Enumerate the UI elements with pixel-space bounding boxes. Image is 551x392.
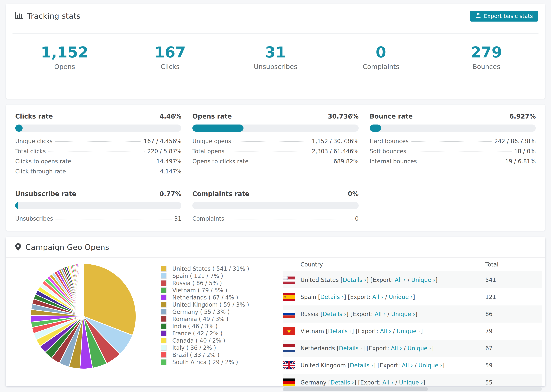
stat-row-label: Hard bounces	[370, 138, 409, 145]
legend-item: United States ( 541 / 31% )	[161, 265, 283, 272]
details-link[interactable]: Details ›	[320, 294, 344, 300]
dotted-leader	[411, 141, 492, 142]
stat-row-label: Opens to clicks rate	[192, 158, 248, 165]
tracking-stats-header: Tracking stats Export basic stats	[6, 4, 545, 28]
total-value: 55	[485, 379, 542, 386]
stat-row-value: 2,303 / 61.446%	[312, 148, 359, 155]
dotted-leader	[68, 172, 157, 172]
dotted-leader	[227, 152, 309, 152]
stat-row: Total clicks220 / 5.87%	[15, 148, 181, 155]
stat-row: Unique clicks167 / 4.456%	[15, 138, 181, 145]
legend-label: Vietnam ( 79 / 5% )	[172, 287, 227, 294]
rate-value: 30.736%	[328, 113, 359, 120]
stat-label: Bounces	[434, 63, 539, 70]
export-all-link[interactable]: All ›	[395, 277, 406, 283]
legend-item: Spain ( 121 / 7% )	[161, 272, 283, 280]
progress-bar-fill	[15, 125, 23, 132]
stat-row-value: 0	[355, 215, 359, 222]
export-all-link[interactable]: All ›	[375, 311, 386, 317]
total-value: 79	[485, 328, 542, 335]
details-link[interactable]: Details ›	[343, 277, 366, 283]
stat-row-label: Unique opens	[192, 138, 231, 145]
export-unique-link[interactable]: Unique ›	[407, 345, 431, 352]
horizontal-scrollbar-thumb[interactable]	[283, 387, 428, 391]
export-all-link[interactable]: All ›	[391, 345, 402, 352]
details-link[interactable]: Details ›	[328, 328, 352, 335]
rates-card: Clicks rate4.46%Unique clicks167 / 4.456…	[6, 104, 545, 231]
export-unique-link[interactable]: Unique ›	[399, 379, 423, 386]
legend-label: United States ( 541 / 31% )	[172, 266, 249, 272]
pie-slice	[83, 264, 83, 316]
progress-bar-fill	[192, 125, 243, 132]
country-name: Spain	[300, 294, 318, 300]
export-basic-stats-button[interactable]: Export basic stats	[470, 11, 538, 21]
rate-block: Opens rate30.736%Unique opens1,152 / 30.…	[192, 113, 359, 178]
export-all-link[interactable]: All ›	[382, 379, 394, 386]
rate-title: Complaints rate	[192, 190, 249, 197]
stat-row-label: Total clicks	[15, 148, 46, 155]
export-unique-link[interactable]: Unique ›	[391, 311, 415, 317]
stat-cell: 279Bounces	[434, 34, 539, 84]
geo-opens-table: Country Total United States [Details ›] …	[283, 258, 542, 386]
export-unique-link[interactable]: Unique ›	[397, 328, 421, 335]
stat-value: 0	[328, 44, 434, 60]
dotted-leader	[409, 152, 512, 152]
stat-row-label: Total opens	[192, 148, 224, 155]
progress-bar-track	[15, 125, 181, 132]
details-link[interactable]: Details ›	[323, 311, 346, 317]
vietnam-flag-icon	[283, 327, 295, 335]
russia-flag-icon	[283, 310, 295, 318]
legend-item: United Kingdom ( 59 / 3% )	[161, 301, 283, 308]
geo-body: United States ( 541 / 31% )Spain ( 121 /…	[6, 258, 545, 386]
total-value: 86	[485, 311, 542, 317]
legend-item: Russia ( 86 / 5% )	[161, 280, 283, 287]
stat-row-value: 689.82%	[333, 158, 359, 165]
legend-swatch	[161, 294, 167, 300]
legend-swatch	[161, 352, 167, 358]
stat-row-label: Complaints	[192, 215, 224, 222]
export-all-link[interactable]: All ›	[372, 294, 383, 300]
table-row: Spain [Details ›] [Export: All › / Uniqu…	[283, 288, 542, 305]
horizontal-scrollbar[interactable]	[283, 387, 542, 391]
netherlands-flag-icon	[283, 344, 295, 352]
stat-cell: 31Unsubscribes	[223, 34, 328, 84]
export-all-link[interactable]: All ›	[380, 328, 391, 335]
legend-swatch	[161, 316, 167, 322]
legend-label: United Kingdom ( 59 / 3% )	[172, 301, 249, 308]
legend-label: India ( 46 / 3% )	[172, 323, 218, 329]
details-link[interactable]: Details ›	[330, 379, 354, 386]
details-link[interactable]: Details ›	[339, 345, 363, 352]
page: Tracking stats Export basic stats 1,152O…	[0, 0, 551, 392]
country-name: Germany	[300, 379, 328, 386]
table-row: Netherlands [Details ›] [Export: All › /…	[283, 340, 542, 357]
export-unique-link[interactable]: Unique ›	[389, 294, 413, 300]
stat-row-value: 167 / 4.456%	[144, 138, 181, 145]
stat-cell: 0Complaints	[328, 34, 434, 84]
bar-chart-icon	[15, 12, 23, 20]
stat-label: Complaints	[328, 63, 434, 70]
export-all-link[interactable]: All ›	[402, 362, 413, 369]
stat-cell: 1,152Opens	[12, 34, 117, 84]
stat-row: Hard bounces242 / 86.738%	[370, 138, 536, 145]
spain-flag-icon	[283, 293, 295, 301]
stat-row-label: Unsubscribes	[15, 215, 53, 222]
total-value: 541	[485, 277, 542, 283]
legend-label: France ( 42 / 2% )	[172, 330, 222, 337]
legend-item: Vietnam ( 79 / 5% )	[161, 287, 283, 294]
details-link[interactable]: Details ›	[350, 362, 373, 369]
export-unique-link[interactable]: Unique ›	[418, 362, 442, 369]
uk-flag-icon	[283, 361, 295, 369]
country-name: Netherlands	[300, 345, 337, 352]
dotted-leader	[55, 141, 141, 142]
stat-row-value: 19 / 6.81%	[505, 158, 536, 165]
progress-bar-fill	[370, 125, 381, 132]
rate-block: Complaints rate0%Complaints0	[192, 190, 359, 225]
rate-block: Unsubscribe rate0.77%Unsubscribes31	[15, 190, 181, 225]
stat-row: Total opens2,303 / 61.446%	[192, 148, 359, 155]
export-unique-link[interactable]: Unique ›	[411, 277, 435, 283]
progress-bar-track	[370, 125, 536, 132]
table-row: United Kingdom [Details ›] [Export: All …	[283, 357, 542, 374]
legend-swatch	[161, 330, 167, 336]
stat-label: Opens	[12, 63, 117, 70]
stat-row-value: 1,152 / 30.736%	[312, 138, 359, 145]
